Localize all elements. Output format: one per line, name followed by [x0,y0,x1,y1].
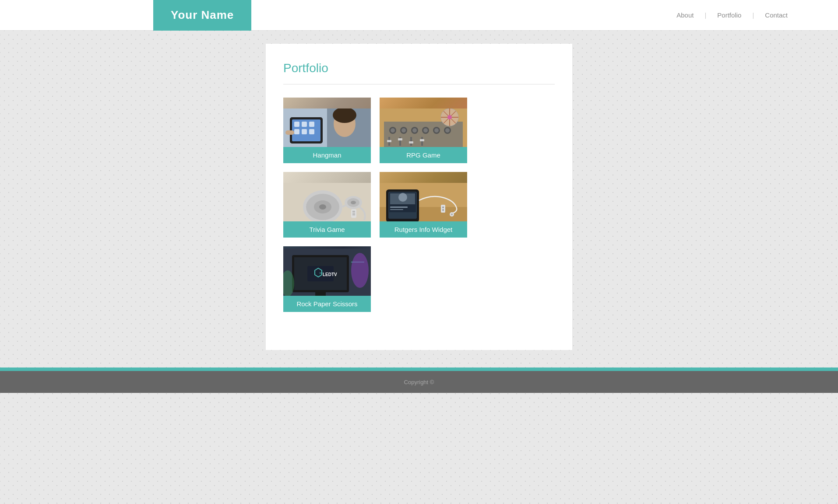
svg-rect-74 [315,292,326,296]
svg-rect-6 [294,122,299,127]
nav-sep-2: | [752,11,754,19]
portfolio-row-3: 3D LEDTV Rock Paper Scissors [283,246,555,312]
trivia-label: Trivia Game [283,221,371,238]
svg-point-16 [391,128,395,133]
hangman-svg [283,108,371,152]
svg-rect-7 [302,122,307,127]
svg-rect-10 [302,129,307,134]
portfolio-item-trivia[interactable]: Trivia Game [283,172,371,238]
svg-point-45 [319,204,326,210]
svg-point-59 [398,193,407,202]
header: Your Name About | Portfolio | Contact [0,0,838,31]
rps-label: Rock Paper Scissors [283,296,371,312]
svg-point-48 [351,201,356,204]
portfolio-item-rpg[interactable]: RPG Game [380,98,467,163]
svg-rect-11 [309,129,314,134]
rutgers-label: Rutgers Info Widget [380,221,467,238]
svg-point-24 [434,128,439,133]
title-divider [283,84,555,84]
rpg-svg [380,108,467,152]
page-wrapper: Portfolio [0,31,838,368]
svg-rect-40 [420,139,424,141]
svg-point-32 [447,115,452,119]
svg-point-18 [401,128,406,133]
portfolio-item-rutgers[interactable]: Rutgers Info Widget [380,172,467,238]
svg-point-22 [423,128,428,133]
page-title: Portfolio [283,61,555,75]
svg-rect-12 [285,130,294,135]
svg-point-20 [412,128,417,133]
portfolio-grid: Hangman [283,98,555,312]
svg-point-64 [442,209,444,211]
site-title: Your Name [171,8,234,22]
svg-rect-60 [390,206,408,208]
copyright-text: Copyright © [404,379,434,385]
footer-teal-bar [0,368,838,371]
svg-rect-38 [409,141,413,144]
svg-point-26 [445,128,450,133]
nav-about[interactable]: About [670,11,700,19]
svg-rect-34 [387,140,391,142]
svg-rect-8 [309,122,314,127]
svg-rect-50 [352,211,355,212]
svg-rect-9 [294,129,299,134]
logo-block[interactable]: Your Name [153,0,251,31]
svg-rect-62 [441,205,445,213]
portfolio-row-1: Hangman [283,98,555,163]
nav-portfolio[interactable]: Portfolio [711,11,748,19]
svg-rect-36 [398,138,402,140]
footer-dark: Copyright © [0,371,838,393]
main-nav: About | Portfolio | Contact [670,11,794,19]
svg-rect-61 [390,209,403,210]
portfolio-item-hangman[interactable]: Hangman [283,98,371,163]
content-card: Portfolio [266,44,572,350]
nav-contact[interactable]: Contact [758,11,794,19]
trivia-svg [283,183,371,227]
svg-rect-51 [352,213,355,214]
hangman-label: Hangman [283,147,371,163]
nav-sep-1: | [704,11,706,19]
svg-point-63 [442,206,444,208]
svg-point-77 [351,253,369,288]
portfolio-item-rps[interactable]: 3D LEDTV Rock Paper Scissors [283,246,371,312]
svg-point-66 [451,214,453,215]
svg-rect-52 [352,214,355,215]
portfolio-row-2: Trivia Game [283,172,555,238]
svg-text:LEDTV: LEDTV [323,272,337,277]
rpg-label: RPG Game [380,147,467,163]
rutgers-svg [380,183,467,227]
